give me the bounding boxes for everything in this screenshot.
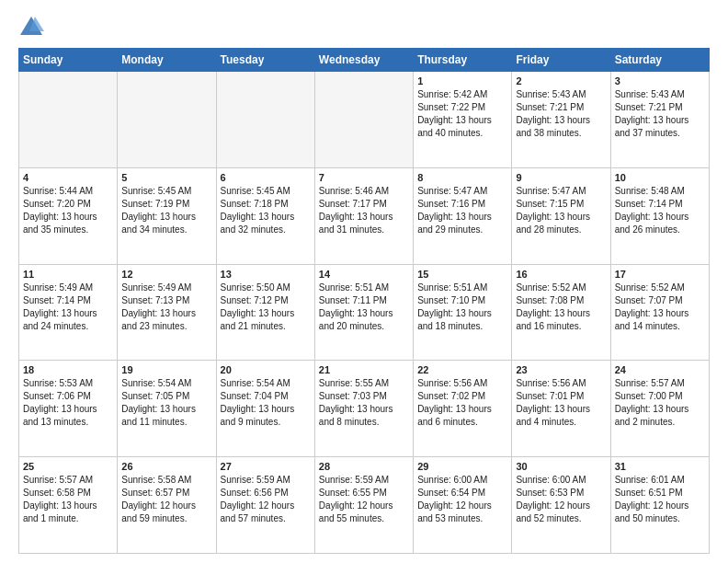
day-cell: 4Sunrise: 5:44 AM Sunset: 7:20 PM Daylig… [19,167,118,264]
day-detail: Sunrise: 5:53 AM Sunset: 7:06 PM Dayligh… [23,377,113,429]
day-header-friday: Friday [512,49,610,72]
day-number: 2 [516,75,606,86]
day-number: 19 [121,364,211,375]
day-detail: Sunrise: 5:52 AM Sunset: 7:08 PM Dayligh… [516,282,606,333]
day-detail: Sunrise: 5:54 AM Sunset: 7:04 PM Dayligh… [221,377,311,429]
day-detail: Sunrise: 6:01 AM Sunset: 6:51 PM Dayligh… [615,474,705,525]
day-cell: 21Sunrise: 5:55 AM Sunset: 7:03 PM Dayli… [314,361,413,457]
day-cell: 8Sunrise: 5:47 AM Sunset: 7:16 PM Daylig… [414,167,512,264]
day-header-wednesday: Wednesday [314,49,413,72]
day-cell: 14Sunrise: 5:51 AM Sunset: 7:11 PM Dayli… [314,264,413,361]
day-cell [19,72,118,168]
day-detail: Sunrise: 5:45 AM Sunset: 7:18 PM Dayligh… [221,185,311,236]
day-cell: 25Sunrise: 5:57 AM Sunset: 6:58 PM Dayli… [19,457,118,554]
day-cell [314,72,413,168]
day-number: 12 [121,269,211,280]
day-cell: 20Sunrise: 5:54 AM Sunset: 7:04 PM Dayli… [216,361,314,457]
day-cell: 5Sunrise: 5:45 AM Sunset: 7:19 PM Daylig… [118,167,216,264]
day-number: 4 [23,172,113,183]
day-detail: Sunrise: 5:58 AM Sunset: 6:57 PM Dayligh… [121,474,211,525]
day-number: 7 [319,172,409,183]
day-header-sunday: Sunday [19,49,118,72]
day-number: 10 [615,172,705,183]
days-header-row: SundayMondayTuesdayWednesdayThursdayFrid… [19,49,710,72]
day-cell: 10Sunrise: 5:48 AM Sunset: 7:14 PM Dayli… [610,167,709,264]
day-number: 14 [319,269,409,280]
day-number: 1 [417,75,507,86]
day-cell: 12Sunrise: 5:49 AM Sunset: 7:13 PM Dayli… [118,264,216,361]
day-detail: Sunrise: 5:51 AM Sunset: 7:11 PM Dayligh… [319,282,409,333]
day-detail: Sunrise: 5:57 AM Sunset: 6:58 PM Dayligh… [23,474,113,525]
day-detail: Sunrise: 6:00 AM Sunset: 6:54 PM Dayligh… [417,474,507,525]
day-detail: Sunrise: 5:56 AM Sunset: 7:01 PM Dayligh… [516,377,606,429]
day-number: 23 [516,364,606,375]
day-cell: 15Sunrise: 5:51 AM Sunset: 7:10 PM Dayli… [414,264,512,361]
day-detail: Sunrise: 5:52 AM Sunset: 7:07 PM Dayligh… [615,282,705,333]
day-cell: 26Sunrise: 5:58 AM Sunset: 6:57 PM Dayli… [118,457,216,554]
day-detail: Sunrise: 5:57 AM Sunset: 7:00 PM Dayligh… [615,377,705,429]
day-cell: 2Sunrise: 5:43 AM Sunset: 7:21 PM Daylig… [512,72,610,168]
day-number: 15 [417,269,507,280]
day-detail: Sunrise: 5:46 AM Sunset: 7:17 PM Dayligh… [319,185,409,236]
day-detail: Sunrise: 5:43 AM Sunset: 7:21 PM Dayligh… [516,88,606,140]
day-number: 3 [615,75,705,86]
day-cell: 22Sunrise: 5:56 AM Sunset: 7:02 PM Dayli… [414,361,512,457]
day-number: 13 [221,269,311,280]
day-number: 21 [319,364,409,375]
week-row-3: 11Sunrise: 5:49 AM Sunset: 7:14 PM Dayli… [19,264,710,361]
day-number: 6 [221,172,311,183]
day-number: 22 [417,364,507,375]
day-cell: 11Sunrise: 5:49 AM Sunset: 7:14 PM Dayli… [19,264,118,361]
calendar-table: SundayMondayTuesdayWednesdayThursdayFrid… [18,48,710,554]
day-cell: 7Sunrise: 5:46 AM Sunset: 7:17 PM Daylig… [314,167,413,264]
week-row-5: 25Sunrise: 5:57 AM Sunset: 6:58 PM Dayli… [19,457,710,554]
day-cell: 3Sunrise: 5:43 AM Sunset: 7:21 PM Daylig… [610,72,709,168]
day-cell: 29Sunrise: 6:00 AM Sunset: 6:54 PM Dayli… [414,457,512,554]
day-cell: 9Sunrise: 5:47 AM Sunset: 7:15 PM Daylig… [512,167,610,264]
week-row-1: 1Sunrise: 5:42 AM Sunset: 7:22 PM Daylig… [19,72,710,168]
day-detail: Sunrise: 5:54 AM Sunset: 7:05 PM Dayligh… [121,377,211,429]
day-number: 16 [516,269,606,280]
day-cell: 13Sunrise: 5:50 AM Sunset: 7:12 PM Dayli… [216,264,314,361]
day-number: 29 [417,461,507,472]
day-number: 25 [23,461,113,472]
day-cell [118,72,216,168]
day-header-monday: Monday [118,49,216,72]
day-cell: 1Sunrise: 5:42 AM Sunset: 7:22 PM Daylig… [414,72,512,168]
day-cell: 31Sunrise: 6:01 AM Sunset: 6:51 PM Dayli… [610,457,709,554]
day-detail: Sunrise: 5:49 AM Sunset: 7:14 PM Dayligh… [23,282,113,333]
logo-icon [18,15,44,40]
day-detail: Sunrise: 6:00 AM Sunset: 6:53 PM Dayligh… [516,474,606,525]
day-number: 11 [23,269,113,280]
day-cell [216,72,314,168]
day-cell: 16Sunrise: 5:52 AM Sunset: 7:08 PM Dayli… [512,264,610,361]
day-detail: Sunrise: 5:56 AM Sunset: 7:02 PM Dayligh… [417,377,507,429]
day-detail: Sunrise: 5:59 AM Sunset: 6:56 PM Dayligh… [221,474,311,525]
day-detail: Sunrise: 5:59 AM Sunset: 6:55 PM Dayligh… [319,474,409,525]
day-number: 17 [615,269,705,280]
day-detail: Sunrise: 5:50 AM Sunset: 7:12 PM Dayligh… [221,282,311,333]
day-header-tuesday: Tuesday [216,49,314,72]
day-detail: Sunrise: 5:45 AM Sunset: 7:19 PM Dayligh… [121,185,211,236]
day-detail: Sunrise: 5:43 AM Sunset: 7:21 PM Dayligh… [615,88,705,140]
day-number: 18 [23,364,113,375]
day-cell: 17Sunrise: 5:52 AM Sunset: 7:07 PM Dayli… [610,264,709,361]
header [18,15,710,40]
day-number: 28 [319,461,409,472]
day-detail: Sunrise: 5:48 AM Sunset: 7:14 PM Dayligh… [615,185,705,236]
day-detail: Sunrise: 5:47 AM Sunset: 7:15 PM Dayligh… [516,185,606,236]
day-number: 26 [121,461,211,472]
week-row-4: 18Sunrise: 5:53 AM Sunset: 7:06 PM Dayli… [19,361,710,457]
week-row-2: 4Sunrise: 5:44 AM Sunset: 7:20 PM Daylig… [19,167,710,264]
day-cell: 19Sunrise: 5:54 AM Sunset: 7:05 PM Dayli… [118,361,216,457]
day-number: 24 [615,364,705,375]
day-cell: 30Sunrise: 6:00 AM Sunset: 6:53 PM Dayli… [512,457,610,554]
day-cell: 18Sunrise: 5:53 AM Sunset: 7:06 PM Dayli… [19,361,118,457]
day-cell: 6Sunrise: 5:45 AM Sunset: 7:18 PM Daylig… [216,167,314,264]
logo [18,15,48,40]
day-number: 8 [417,172,507,183]
page: SundayMondayTuesdayWednesdayThursdayFrid… [0,0,728,563]
day-header-saturday: Saturday [610,49,709,72]
day-number: 31 [615,461,705,472]
day-number: 5 [121,172,211,183]
